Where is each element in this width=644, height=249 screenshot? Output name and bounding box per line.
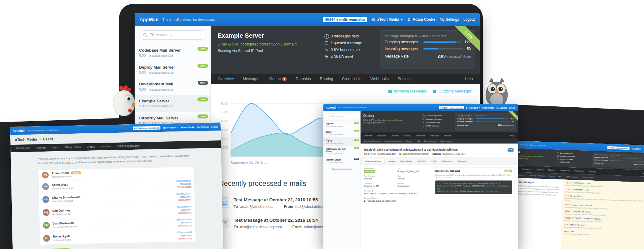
subnav-item[interactable]: Incoming Messages [527, 174, 547, 177]
nav-tab[interactable]: Settings [442, 134, 453, 137]
nav-tab[interactable]: Webhooks [572, 170, 586, 172]
nav-tab[interactable]: Webhooks [427, 134, 442, 137]
org-nav-tab[interactable]: Delete Organization [114, 144, 143, 148]
nav-tab[interactable]: Credentials [413, 134, 428, 137]
org-nav-tab[interactable]: Credits [84, 145, 98, 148]
throughput-value: 10 [512, 121, 513, 122]
subnav-item[interactable]: Held [556, 175, 564, 178]
property-value-text[interactable]: deployhq.com [397, 185, 410, 187]
nav-tab[interactable]: Webhooks [366, 77, 393, 81]
message-tab[interactable]: Attachments [439, 159, 455, 163]
property-value-text[interactable]: Available [364, 178, 372, 180]
users-content: You can share access to your organizatio… [11, 148, 223, 249]
message-properties: Spam Status NOT SPAM Tag deployment_fail… [361, 165, 433, 249]
org-nav-tab[interactable]: Billing Details [62, 145, 84, 149]
message-tab[interactable]: Spam Checks [398, 159, 414, 163]
logout-link[interactable]: Logout [509, 106, 515, 109]
help-tab[interactable]: Help [641, 172, 644, 174]
subnav-item[interactable]: Queue [404, 140, 414, 142]
nav-tab[interactable]: Domains [291, 77, 315, 81]
server-list-item[interactable]: Development Mail 0.00 messages/minute DE… [135, 78, 210, 95]
message-tab[interactable]: HTML [429, 159, 439, 163]
nav-tab[interactable]: Queue1 [265, 77, 291, 81]
server-list-item[interactable]: Dasher 0.00 messages/minute LIVE [323, 129, 361, 137]
subnav-item[interactable]: Suppressions [439, 140, 454, 142]
nav-tab[interactable]: Routing [401, 134, 413, 137]
nav-tab[interactable]: Overview [362, 134, 375, 137]
server-filter-input[interactable] [326, 114, 358, 118]
server-list-item[interactable]: Codebase Mail Server 0.00 messages/minut… [135, 44, 210, 61]
nav-tab[interactable]: Settings [586, 170, 599, 173]
nav-tab[interactable]: Messages [375, 134, 389, 137]
to-address-link[interactable]: adam.troman@fusionwifi.com [402, 153, 429, 155]
server-list-item[interactable]: Example Server 2.83 messages/minute LIVE [135, 95, 210, 112]
user-menu[interactable]: Adam Cooke [407, 17, 435, 22]
help-tab[interactable]: Help [508, 134, 516, 137]
message-tab[interactable]: Properties & History [363, 159, 385, 163]
nav-tab[interactable]: Overview [213, 77, 238, 81]
my-settings-link[interactable]: My Settings [440, 17, 459, 22]
revoke-access-link[interactable]: Revoke access [177, 211, 192, 214]
server-filter-input[interactable] [139, 30, 206, 40]
property-value-text[interactable]: NOT SPAM [364, 170, 375, 173]
property-value-text[interactable]: 2.69 KB [397, 178, 404, 180]
my-settings-link[interactable]: My Settings [632, 148, 642, 150]
org-nav-tab[interactable]: Invoices [98, 145, 114, 148]
property-value-text[interactable]: deployment_failure_noti... [397, 170, 420, 173]
org-nav-tab[interactable]: Mail Servers [13, 147, 33, 150]
nav-tab[interactable]: Credentials [557, 169, 572, 172]
org-switcher[interactable]: aTech Media▾ [162, 126, 178, 129]
nav-tab[interactable]: Routing [546, 169, 558, 171]
server-list-item[interactable]: Deploy 3.88 messages/minute LIVE [323, 137, 361, 146]
users-card: AC Adam Cooke OWNER adam@atech.media Edi… [38, 167, 196, 245]
org-nav-tab[interactable]: Settings [33, 146, 49, 150]
server-list-item[interactable]: Test Mail Server 0.00 messages/minute DE… [323, 157, 361, 165]
subnav-item[interactable]: Suppressions [580, 176, 595, 179]
appmail-logo[interactable]: AppMail [140, 17, 159, 23]
subnav-item[interactable]: Outgoing Messages [362, 140, 383, 142]
build-new-server-link[interactable]: Build a new mail server [332, 168, 352, 170]
stat-icon [422, 125, 424, 127]
from-address-link[interactable]: do-not-reply@deployhq.com [370, 153, 396, 155]
user-menu[interactable]: Adam Cooke [180, 126, 195, 128]
server-list-item[interactable]: AppMail 0.00 messages/minute LIVE [323, 120, 361, 129]
my-settings-link[interactable]: My Settings [197, 125, 209, 128]
nav-tab[interactable]: Messages [238, 77, 265, 81]
nav-tab[interactable]: Routing [315, 77, 338, 81]
nav-tab[interactable]: Settings [393, 77, 416, 81]
from-label: From [292, 225, 302, 229]
nav-tab[interactable]: Credentials [338, 77, 366, 81]
message-tab[interactable]: Headers [386, 159, 397, 163]
user-menu[interactable]: Adam Cooke [482, 106, 494, 109]
message-subject: [Deploy] Failed deployment of Main Dashb… [364, 148, 514, 151]
appmail-logo[interactable]: AppMail [13, 129, 25, 132]
subnav-item[interactable]: Send Message [422, 140, 439, 142]
nav-tab[interactable]: Domains [389, 134, 401, 137]
revoke-access-link[interactable]: Revoke access [176, 185, 191, 188]
org-nav-tab[interactable]: Users [49, 146, 62, 149]
nav-tab[interactable]: Domains [533, 168, 546, 171]
sent-status-badge: SENT [505, 170, 512, 173]
property-value-text[interactable]: Outgoing via API [364, 185, 379, 187]
subnav-item[interactable]: Incoming Messages [383, 140, 404, 142]
server-status-badge: LIVE [197, 97, 208, 101]
nav-tab[interactable]: Messages [520, 168, 534, 170]
logout-link[interactable]: Logout [211, 125, 218, 128]
org-switcher[interactable]: aTech Media ▾ [371, 17, 403, 22]
org-switcher[interactable]: aTech Media▾ [466, 106, 480, 109]
logout-link[interactable]: Logout [463, 17, 475, 22]
server-rate: 0.00 messages/minute [139, 71, 206, 74]
subnav-item[interactable]: Send Message [564, 175, 580, 178]
server-list-item[interactable]: Deploy Mail Server 0.00 messages/minute … [135, 61, 210, 78]
message-tab[interactable]: Download [456, 159, 469, 163]
subnav-item[interactable]: Queue [547, 175, 556, 178]
subnav-item[interactable]: Held [414, 140, 421, 142]
help-tab[interactable]: Help [460, 77, 477, 81]
message-tab[interactable]: Plain Text [415, 159, 428, 163]
revoke-access-link[interactable]: Revoke access [176, 198, 191, 201]
revoke-access-link[interactable]: Revoke access [177, 224, 192, 227]
server-list-item[interactable]: Pat Delivery Checker Server 0.00 message… [323, 146, 361, 157]
my-settings-link[interactable]: My Settings [496, 106, 507, 109]
appmail-logo[interactable]: AppMail [326, 106, 336, 109]
revoke-access-link[interactable]: Revoke access [177, 237, 192, 240]
